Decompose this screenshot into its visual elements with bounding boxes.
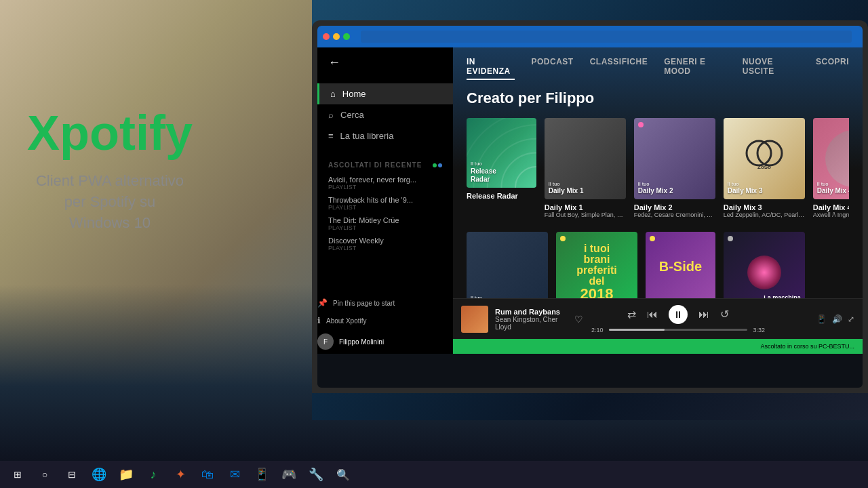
devices-icon[interactable]: 📱 <box>816 314 827 324</box>
playlist-item-0[interactable]: Avicii, forever, never forg... PLAYLIST <box>317 173 453 193</box>
card-subtitle-dm4: Axwell /\ Ingrosso, Nicky Romero, Galant… <box>813 211 849 218</box>
start-button[interactable]: ⊞ <box>5 462 30 487</box>
status-bar: Ascoltato in corso su PC-BESTU... <box>453 339 863 354</box>
card-title-dm1: Daily Mix 1 <box>545 203 626 211</box>
card-daily-mix-3[interactable]: ZoSo Il tuo Daily Mix 3 Daily Mix 3 <box>724 118 805 218</box>
dot-dm2 <box>638 122 644 127</box>
card-daily-mix-1[interactable]: Il tuo Daily Mix 1 Daily Mix 1 Fall Out … <box>545 118 626 218</box>
about-label: About Xpotify <box>326 317 366 325</box>
card-bside[interactable]: B-Side B-Side <box>646 232 715 298</box>
progress-bar[interactable] <box>609 329 748 331</box>
close-dot[interactable] <box>323 33 330 40</box>
next-button[interactable]: ⏭ <box>698 308 709 321</box>
prev-button[interactable]: ⏮ <box>647 308 658 321</box>
card-release-radar[interactable]: Il tuo ReleaseRadar Release Radar <box>467 118 536 218</box>
card-2018-text: i tuoi branipreferiti del2018 <box>576 243 617 298</box>
card-image-2018: i tuoi branipreferiti del2018 <box>556 232 637 298</box>
user-name: Filippo Molinini <box>339 338 384 346</box>
card-image-daily-mix-4: Il tuo Daily Mix 4 <box>813 118 849 199</box>
progress-fill <box>609 329 665 331</box>
pause-button[interactable]: ⏸ <box>669 305 688 324</box>
playlist-type-1: PLAYLIST <box>328 204 442 211</box>
store-icon: 🛍 <box>201 468 214 482</box>
spotify-button[interactable]: ♪ <box>141 462 165 487</box>
game-button[interactable]: 🎮 <box>277 462 301 487</box>
store-button[interactable]: 🛍 <box>195 462 220 487</box>
player-track-name: Rum and Raybans <box>495 308 568 316</box>
playlist-item-3[interactable]: Discover Weekly PLAYLIST <box>317 234 453 254</box>
sidebar-item-library[interactable]: ≡ La tua libreria <box>317 125 453 146</box>
sidebar: ← ⌂ Home ⌕ Cerca ≡ La tua libreria <box>317 47 453 354</box>
app-title: Xpotify <box>27 108 193 157</box>
min-dot[interactable] <box>333 33 340 40</box>
card-subtitle-dm2: Fedez, Cesare Cremonini, Artificio 31 e … <box>634 211 715 218</box>
explorer-icon: 📁 <box>119 467 134 482</box>
card-daily-mix-4[interactable]: Il tuo Daily Mix 4 Daily Mix 4 Axwell /\… <box>813 118 849 218</box>
player-album-art <box>461 306 488 333</box>
explorer-button[interactable]: 📁 <box>114 462 138 487</box>
fullscreen-icon[interactable]: ⤢ <box>848 314 854 324</box>
screen-border: ← ⌂ Home ⌕ Cerca ≡ La tua libreria <box>312 20 868 393</box>
max-dot[interactable] <box>343 33 350 40</box>
tab-nuove-uscite[interactable]: NUOVE USCITE <box>743 57 800 80</box>
search-taskbar-button[interactable]: ○ <box>33 462 57 487</box>
recent-section-label: ASCOLTATI DI RECENTE <box>317 152 453 173</box>
card-title-release-radar: Release Radar <box>467 192 536 200</box>
repeat-button[interactable]: ↺ <box>720 308 729 321</box>
back-button[interactable]: ← <box>317 47 453 78</box>
tab-in-evidenza[interactable]: IN EVIDENZA <box>467 57 515 80</box>
edge-icon: 🌐 <box>92 467 106 482</box>
phone-icon: 📱 <box>254 467 269 482</box>
card-subtitle-dm1: Fall Out Boy, Simple Plan, Good Charlott… <box>545 211 626 218</box>
card-bside-text: B-Side <box>659 259 702 274</box>
game-icon: 🎮 <box>281 467 296 482</box>
sidebar-item-search[interactable]: ⌕ Cerca <box>317 104 453 125</box>
sidebar-search-label: Cerca <box>340 110 364 120</box>
edge-button[interactable]: 🌐 <box>87 462 111 487</box>
svg-point-0 <box>515 167 536 188</box>
pin-button[interactable]: 📌 Pin this page to start <box>317 294 453 312</box>
xpotify-taskbar-button[interactable]: 🔍 <box>331 462 355 487</box>
pin-icon: 📌 <box>317 298 328 308</box>
playlist-type-3: PLAYLIST <box>328 245 442 251</box>
tab-podcast[interactable]: PODCAST <box>531 57 573 80</box>
card-2018[interactable]: i tuoi branipreferiti del2018 I tuoi bra… <box>556 232 637 298</box>
task-view-button[interactable]: ⊟ <box>60 462 84 487</box>
tab-generi[interactable]: GENERI E MOOD <box>664 57 726 80</box>
playlist-item-2[interactable]: The Dirt: Mötley Crüe PLAYLIST <box>317 214 453 234</box>
app1-button[interactable]: ✦ <box>168 462 193 487</box>
card-macchina[interactable]: La macchinadel tempo La macchina del tem… <box>724 232 805 298</box>
card-image-macchina: La macchinadel tempo <box>724 232 805 298</box>
player-artist-name: Sean Kingston, Cher Lloyd <box>495 316 568 331</box>
main-content: IN EVIDENZA PODCAST CLASSIFICHE GENERI E… <box>453 47 863 354</box>
like-button[interactable]: ♡ <box>574 314 583 325</box>
playlist-name-0: Avicii, forever, never forg... <box>328 176 442 184</box>
volume-icon[interactable]: 🔊 <box>832 314 842 324</box>
pin-label: Pin this page to start <box>333 300 395 307</box>
browser-bar <box>317 26 863 47</box>
phone-button[interactable]: 📱 <box>250 462 274 487</box>
about-button[interactable]: ℹ About Xpotify <box>317 312 453 329</box>
card-image-bside: B-Side <box>646 232 715 298</box>
left-panel: Xpotify Client PWA alternativoper Spotif… <box>27 108 193 233</box>
playlist-item-1[interactable]: Throwback hits of the '9... PLAYLIST <box>317 193 453 214</box>
time-current: 2:10 <box>591 327 604 333</box>
status-text: Ascoltato in corso su PC-BESTU... <box>760 343 854 350</box>
tab-classifiche[interactable]: CLASSIFICHE <box>590 57 648 80</box>
screen: ← ⌂ Home ⌕ Cerca ≡ La tua libreria <box>317 26 863 388</box>
card-title-dm2: Daily Mix 2 <box>634 203 715 211</box>
sidebar-library-label: La tua libreria <box>340 131 394 141</box>
shuffle-button[interactable]: ⇄ <box>627 308 636 321</box>
playlist-type-0: PLAYLIST <box>328 184 442 190</box>
card-image-daily-mix-1: Il tuo Daily Mix 1 <box>545 118 626 199</box>
card-daily-mix-2[interactable]: Il tuo Daily Mix 2 Daily Mix 2 Fedez, Ce… <box>634 118 715 218</box>
tool-button[interactable]: 🔧 <box>304 462 328 487</box>
sidebar-item-home[interactable]: ⌂ Home <box>317 83 453 104</box>
mail-button[interactable]: ✉ <box>222 462 247 487</box>
user-item[interactable]: F Filippo Molinini <box>317 329 453 354</box>
tab-scopri[interactable]: SCOPRI <box>816 57 849 80</box>
player-bar: Rum and Raybans Sean Kingston, Cher Lloy… <box>453 298 863 339</box>
card-daily-mix-6[interactable]: Il tuo Daily Mix 6 Daily Mix 6 Linkin Pa… <box>467 232 548 298</box>
playlist-name-3: Discover Weekly <box>328 237 442 245</box>
player-buttons: ⇄ ⏮ ⏸ ⏭ ↺ <box>627 305 729 324</box>
